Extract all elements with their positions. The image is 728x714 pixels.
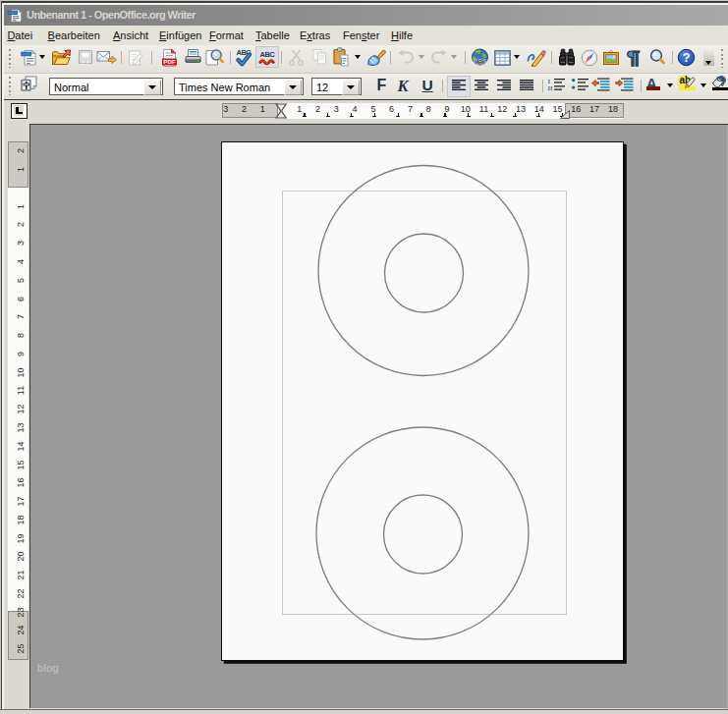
- svg-text:¶: ¶: [627, 48, 641, 67]
- svg-text:I: I: [547, 78, 550, 84]
- svg-text:ABC: ABC: [259, 49, 275, 58]
- svg-text:PDF: PDF: [163, 58, 176, 65]
- svg-text:?: ?: [683, 51, 691, 65]
- svg-text:II: II: [547, 84, 553, 91]
